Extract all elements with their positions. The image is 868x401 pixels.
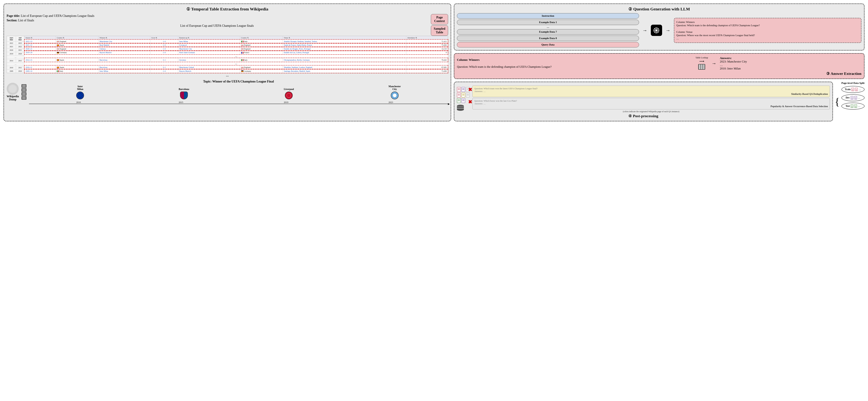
document-icon <box>457 98 461 103</box>
arrow-icon: ⟶ <box>695 59 708 63</box>
filter-section: ✖ Question: Which team won the latest UE… <box>472 85 830 113</box>
panel-2-title: ② Question Generation with LLM <box>457 7 861 11</box>
table-row: 2020–21EnglandChelsea1–0Manchester CityE… <box>25 47 448 51</box>
split-name: Test <box>846 105 850 107</box>
context-row: Page title: List of European Cup and UEF… <box>7 13 448 36</box>
output-column-1: Column: Winners <box>676 21 859 24</box>
data-splits: Page-level Data Split Train … Dev … Test <box>841 82 865 121</box>
wiki-table: start timeend time 202220232021202220202… <box>7 36 448 73</box>
timeline-item: Manchester City2023 <box>389 85 401 100</box>
arrow-icon: → <box>665 28 671 33</box>
table-icons-stack <box>22 84 26 100</box>
document-icon <box>850 96 854 99</box>
document-icon <box>457 87 461 92</box>
document-icon <box>457 93 461 97</box>
panel-2-question-generation: ② Question Generation with LLM Instructi… <box>454 3 865 51</box>
filter-popularity: ✖ Question: Which horse won the last Cox… <box>472 98 830 110</box>
club-badge-icon <box>391 92 399 99</box>
answers-label: Answers: <box>720 56 732 60</box>
diagram-container: ① Temporal Table Extraction from Wikiped… <box>3 3 865 121</box>
panel-4-content: ✖ Question: Which team won the latest UE… <box>457 85 830 113</box>
table-header: Runners-up ⇅ <box>178 36 240 40</box>
panel-4-title: ④ Post-processing <box>457 114 830 118</box>
arrow-icon: → <box>712 61 716 66</box>
table-row: 2014–15SpainBarcelona3–1JuventusItalyOly… <box>25 58 448 62</box>
answer-1: 2023: Manchester City <box>720 60 861 63</box>
output-question-1: Question: Which team is the defending ch… <box>676 24 859 27</box>
table-header: Attendance ⇅ <box>406 36 448 40</box>
panel-3-title: ③ Answer Extraction <box>457 71 861 76</box>
right-column: ② Question Generation with LLM Instructi… <box>454 3 865 121</box>
table-icon <box>22 96 26 100</box>
table-icon <box>22 84 26 88</box>
document-icon <box>461 98 465 103</box>
timeline: Inter Milan2010Barcelona2015Liverpool201… <box>29 85 448 104</box>
document-icon <box>851 88 854 91</box>
ellipsis: … <box>858 96 860 99</box>
generation-row: Instruction Example Data 1 … Example Dat… <box>457 13 861 48</box>
page-title-label: Page title: <box>7 14 20 18</box>
club-badge-icon <box>76 92 84 99</box>
panel-3-left: Column: Winners Question: Which team is … <box>457 58 692 69</box>
column-label: Column: Winners <box>457 58 479 61</box>
example-box-8: Example Data 8 <box>457 36 639 41</box>
filter-1-label: Similarity-Based QA Deduplication <box>474 93 828 95</box>
filter-2-answers: Answers: … <box>474 102 486 105</box>
x-icon: ✖ <box>468 99 472 105</box>
meta-info: Page title: List of European Cup and UEF… <box>7 13 427 29</box>
split-test: Test … <box>841 103 865 110</box>
th-end: end time <box>16 36 24 41</box>
table-row: 2009–10ItalyInter Milan2–0Bayern MunichG… <box>25 69 448 73</box>
wiki-dump-label: Wikipedia Dump <box>7 95 19 101</box>
document-icon <box>466 93 470 97</box>
timeline-item: Inter Milan2010 <box>76 85 84 100</box>
prompt-stack: Instruction Example Data 1 … Example Dat… <box>457 13 639 48</box>
example-box-1: Example Data 1 <box>457 20 639 25</box>
panel-4-row: ✖ Question: Which team won the latest UE… <box>454 82 865 121</box>
document-icon <box>461 93 465 97</box>
question-text: Question: Which team is the defending ch… <box>457 65 692 69</box>
generation-output: Column: Winners Question: Which team is … <box>674 18 861 43</box>
table-icon <box>22 92 26 96</box>
table-row: 2019–20GermanyBayern Munich1–0Paris Sain… <box>25 51 448 54</box>
main-table: Season ⇅Country ⇅Winners ⇅Score ⇅Runners… <box>24 36 448 73</box>
wikipedia-globe-icon <box>7 83 19 95</box>
lookup-section: Table Lookup ⟶ <box>695 56 708 70</box>
ellipsis: … <box>858 105 860 107</box>
time-columns: start timeend time 202220232021202220202… <box>7 36 24 73</box>
section-row: Section: List of finals <box>7 19 427 22</box>
bottom-row: Wikipedia Dump Topic: Winner of the UEFA… <box>7 80 448 104</box>
ellipsis: … <box>859 88 861 91</box>
table-header: Country ⇅ <box>56 36 98 40</box>
table-header: Country ⇅ <box>240 36 283 40</box>
ellipsis: … <box>457 26 639 29</box>
panel-4-post-processing: ✖ Question: Which team won the latest UE… <box>454 82 833 121</box>
page-title-value: List of European Cup and UEFA Champions … <box>21 14 94 18</box>
table-icon <box>698 64 705 70</box>
answer-more: … <box>720 63 861 67</box>
sampled-table-box: Sampled Table <box>431 25 448 36</box>
table-row: 2022–23EnglandManchester City1–0Inter Mi… <box>25 40 448 43</box>
filter-2-label: Popularity & Answer Occurrence-Based Dat… <box>474 105 828 108</box>
brace-icon: { <box>835 96 840 107</box>
filter-2-question: Question: Which horse won the last Cox P… <box>474 99 517 102</box>
panel-3-answer-extraction: Column: Winners Question: Which team is … <box>454 53 865 79</box>
panel-1-table-extraction: ① Temporal Table Extraction from Wikiped… <box>3 3 451 121</box>
instruction-box: Instruction <box>457 13 639 19</box>
x-icon: ✖ <box>468 87 472 92</box>
ellipsis: … <box>7 74 448 77</box>
split-name: Train <box>845 88 850 91</box>
th-start: start time <box>7 36 16 41</box>
output-question-2: Question: Where was the most recent UEFA… <box>676 34 859 37</box>
database-icon <box>457 105 464 111</box>
example-box-7: Example Data 7 <box>457 29 639 35</box>
timeline-item: Barcelona2015 <box>179 88 189 100</box>
filter-1-question: Question: Which team won the latest UEFA… <box>474 87 538 90</box>
timeline-item: Liverpool2019 <box>284 88 294 100</box>
table-header: Season ⇅ <box>25 36 56 40</box>
document-icon <box>461 87 465 92</box>
document-cluster <box>457 87 470 103</box>
table-row: 2021–22SpainReal Madrid1–0LiverpoolEngla… <box>25 43 448 47</box>
context-boxes: Page Context Sampled Table <box>429 14 448 36</box>
table-caption: List of European Cup and UEFA Champions … <box>7 24 427 28</box>
